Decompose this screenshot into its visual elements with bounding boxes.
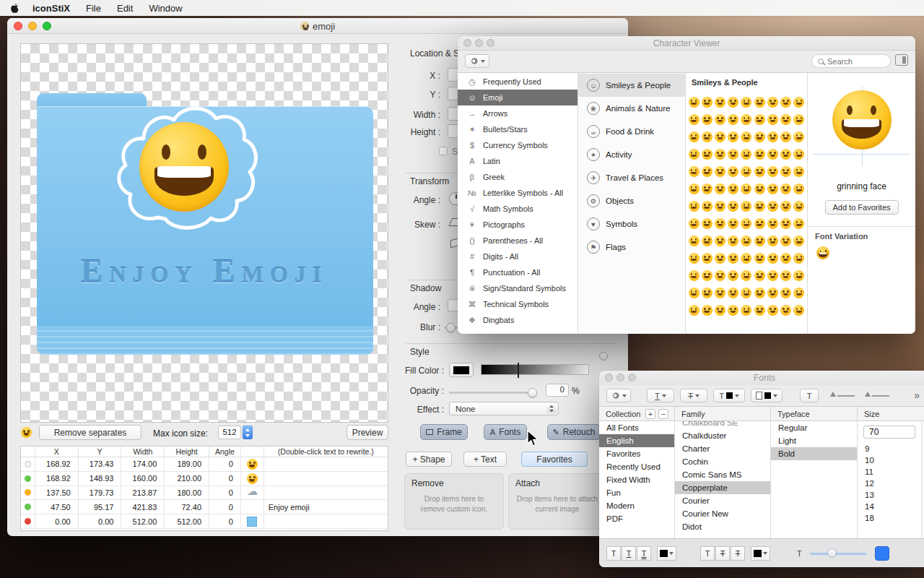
typeface-item[interactable]: Bold: [771, 447, 857, 460]
underline-color-well[interactable]: [657, 546, 676, 561]
layer-text[interactable]: [264, 514, 388, 528]
size-item[interactable]: 18: [858, 512, 921, 524]
emoji-cell[interactable]: [687, 301, 700, 319]
emoji-cell[interactable]: [687, 284, 700, 301]
emoji-cell[interactable]: [713, 232, 726, 249]
collection-item[interactable]: Recently Used: [599, 460, 674, 473]
emoji-cell[interactable]: [740, 180, 753, 197]
search-field[interactable]: [811, 54, 891, 68]
emoji-cell[interactable]: [793, 232, 806, 249]
layer-row[interactable]: 47.50 95.17 421.83 72.40 0 Enjoy emoji: [21, 500, 388, 514]
emoji-cell[interactable]: [780, 128, 793, 145]
typeface-item[interactable]: Regular: [771, 421, 857, 434]
emoji-cell[interactable]: [727, 145, 740, 163]
emoji-cell[interactable]: [766, 93, 779, 111]
strikethrough-style-button[interactable]: T: [680, 389, 707, 402]
emoji-cell[interactable]: [753, 215, 766, 232]
sidebar-item[interactable]: # Digits - All: [458, 249, 578, 264]
emoji-cell[interactable]: [740, 163, 753, 180]
collection-item[interactable]: PDF: [599, 512, 674, 525]
emoji-cell[interactable]: [687, 180, 700, 197]
family-item[interactable]: Courier New: [675, 507, 770, 520]
layer-text[interactable]: [264, 457, 388, 471]
text-color-button[interactable]: T: [713, 389, 745, 402]
family-item[interactable]: Chalkboard SE: [675, 421, 770, 429]
column-header-width[interactable]: Width: [121, 447, 165, 457]
family-item[interactable]: Chalkduster: [675, 429, 770, 442]
family-item[interactable]: Charter: [675, 442, 770, 455]
category-item[interactable]: ☕ Food & Drink: [578, 120, 685, 143]
layer-text[interactable]: Enjoy emoji: [264, 500, 388, 514]
emoji-cell[interactable]: [687, 197, 700, 215]
column-header-height[interactable]: Height: [165, 447, 209, 457]
main-title-bar[interactable]: emoji: [7, 18, 628, 34]
strikethrough-double-button[interactable]: T: [731, 546, 745, 561]
size-item[interactable]: 9: [858, 443, 921, 454]
action-gear-button[interactable]: [606, 389, 631, 402]
sidebar-item[interactable]: ◷ Frequently Used: [458, 74, 578, 90]
emoji-cell[interactable]: [740, 128, 753, 145]
emoji-cell[interactable]: [793, 284, 806, 301]
size-slider[interactable]: [810, 553, 866, 555]
emoji-cell[interactable]: [727, 197, 740, 215]
emoji-cell[interactable]: [780, 93, 793, 111]
emoji-cell[interactable]: [713, 180, 726, 197]
emoji-cell[interactable]: [727, 111, 740, 128]
family-item[interactable]: Copperplate: [675, 481, 770, 494]
emoji-cell[interactable]: [766, 145, 779, 163]
emoji-cell[interactable]: [700, 232, 713, 249]
column-header-x[interactable]: X: [35, 447, 79, 457]
emoji-cell[interactable]: [700, 301, 713, 319]
emoji-cell[interactable]: [766, 301, 779, 319]
max-icon-size-field[interactable]: 512: [218, 426, 241, 439]
emoji-cell[interactable]: [687, 267, 700, 284]
sidebar-item[interactable]: () Parentheses - All: [458, 233, 578, 249]
emoji-cell[interactable]: [740, 284, 753, 301]
strikethrough-single-button[interactable]: T: [715, 546, 730, 561]
column-header-y[interactable]: Y: [79, 447, 122, 457]
family-item[interactable]: Didot: [675, 520, 770, 533]
emoji-cell[interactable]: [727, 163, 740, 180]
emoji-cell[interactable]: [700, 163, 713, 180]
emoji-cell[interactable]: [687, 111, 700, 128]
layer-row[interactable]: 137.50 179.73 213.87 180.00 0: [21, 486, 388, 501]
sidebar-item[interactable]: ☀ Pictographs: [458, 217, 578, 233]
emoji-cell[interactable]: [740, 301, 753, 319]
emoji-cell[interactable]: [793, 301, 806, 319]
emoji-cell[interactable]: [780, 145, 793, 163]
strikethrough-color-well[interactable]: [751, 546, 770, 561]
family-item[interactable]: Comic Sans MS: [675, 468, 770, 481]
emoji-cell[interactable]: [700, 249, 713, 267]
character-viewer-title-bar[interactable]: Character Viewer: [458, 36, 915, 51]
collection-item[interactable]: All Fonts: [599, 421, 674, 434]
collection-item[interactable]: Favorites: [599, 447, 674, 460]
emoji-cell[interactable]: [780, 163, 793, 180]
layer-row[interactable]: 0.00 0.00 512.00 512.00 0: [21, 514, 388, 529]
fonts-title-bar[interactable]: Fonts: [599, 371, 924, 385]
emoji-cell[interactable]: [700, 145, 713, 163]
emoji-cell[interactable]: [687, 232, 700, 249]
menu-window[interactable]: Window: [149, 3, 182, 14]
emoji-cell[interactable]: [753, 197, 766, 215]
emoji-cell[interactable]: [780, 284, 793, 301]
font-variation-emoji[interactable]: [816, 246, 829, 259]
family-item[interactable]: Cochin: [675, 455, 770, 468]
emoji-cell[interactable]: [713, 215, 726, 232]
emoji-cell[interactable]: [753, 145, 766, 163]
emoji-cell[interactable]: [780, 232, 793, 249]
search-input[interactable]: [827, 57, 878, 66]
emoji-cell[interactable]: [727, 128, 740, 145]
emoji-cell[interactable]: [740, 197, 753, 215]
layer-text[interactable]: [264, 486, 388, 500]
sidebar-item[interactable]: A Latin: [458, 153, 578, 169]
sidebar-item[interactable]: ¶ Punctuation - All: [458, 264, 578, 280]
panel-toggle-icon[interactable]: [895, 54, 908, 66]
favorites-button[interactable]: Favorites: [521, 452, 588, 467]
emoji-cell[interactable]: [753, 128, 766, 145]
opacity-slider[interactable]: [449, 392, 536, 394]
category-item[interactable]: ✈ Travel & Places: [578, 166, 685, 189]
add-text-button[interactable]: + Text: [463, 452, 507, 467]
emoji-cell[interactable]: [713, 111, 726, 128]
scale-checkbox[interactable]: [439, 147, 448, 155]
column-header-angle[interactable]: Angle: [209, 447, 241, 457]
